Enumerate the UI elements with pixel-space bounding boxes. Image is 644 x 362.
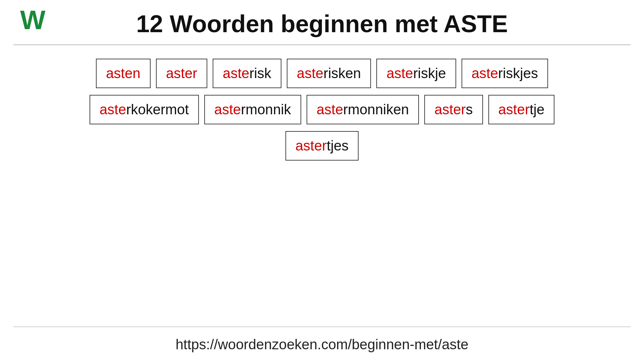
page-title: 12 Woorden beginnen met ASTE	[136, 10, 508, 38]
word-prefix: aste	[100, 102, 126, 118]
word-row-2: asterkokermot astermonnik astermonniken …	[20, 95, 624, 124]
word-prefix: aste	[297, 65, 323, 81]
word-astertje[interactable]: astertje	[488, 95, 555, 124]
word-asters[interactable]: asters	[424, 95, 483, 124]
word-prefix: aste	[472, 65, 498, 81]
word-asteriskje[interactable]: asteriskje	[376, 59, 456, 88]
word-row-3: astertjes	[20, 131, 624, 161]
word-prefix: aste	[386, 65, 413, 81]
word-suffix: tje	[530, 102, 544, 118]
word-row-1: asten aster asterisk asterisken asterisk…	[20, 59, 624, 88]
page-header: W 12 Woorden beginnen met ASTE	[0, 0, 644, 44]
footer: https://woordenzoeken.com/beginnen-met/a…	[0, 327, 644, 362]
word-asten[interactable]: asten	[96, 59, 151, 88]
words-container: asten aster asterisk asterisken asterisk…	[0, 45, 644, 326]
word-prefix: aste	[317, 102, 343, 118]
word-prefix: aster	[296, 138, 327, 154]
word-prefix: aste	[214, 102, 241, 118]
word-prefix: asten	[106, 65, 141, 81]
word-asterisk[interactable]: asterisk	[213, 59, 281, 88]
word-suffix: risken	[323, 65, 361, 81]
site-logo: W	[20, 7, 46, 34]
word-suffix: risk	[249, 65, 271, 81]
word-astermonniken[interactable]: astermonniken	[307, 95, 419, 124]
word-suffix: s	[466, 102, 473, 118]
word-suffix: riskje	[413, 65, 446, 81]
footer-url: https://woordenzoeken.com/beginnen-met/a…	[175, 337, 468, 352]
word-asterkokermot[interactable]: asterkokermot	[90, 95, 199, 124]
word-prefix: aster	[434, 102, 466, 118]
word-prefix: aster	[498, 102, 530, 118]
word-astermonnik[interactable]: astermonnik	[204, 95, 301, 124]
word-suffix: riskjes	[498, 65, 538, 81]
word-suffix: rmonniken	[343, 102, 409, 118]
word-asterisken[interactable]: asterisken	[287, 59, 371, 88]
word-asteriskjes[interactable]: asteriskjes	[462, 59, 548, 88]
word-suffix: rkokermot	[126, 102, 189, 118]
word-prefix: aster	[166, 65, 197, 81]
word-aster[interactable]: aster	[156, 59, 207, 88]
word-prefix: aste	[223, 65, 249, 81]
word-suffix: tjes	[327, 138, 348, 154]
word-suffix: rmonnik	[241, 102, 291, 118]
word-astertjes[interactable]: astertjes	[285, 131, 359, 161]
